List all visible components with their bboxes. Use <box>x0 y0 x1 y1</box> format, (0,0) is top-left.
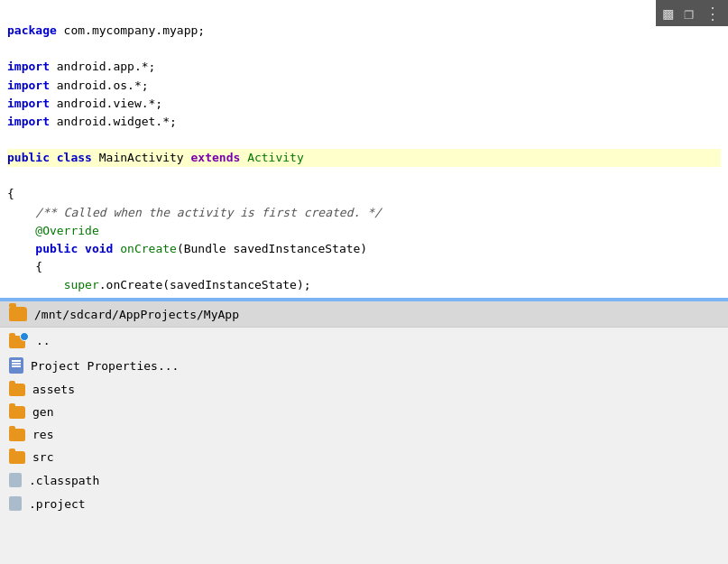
code-editor: ▩ ❐ ⋮ package com.mycompany.myapp; impor… <box>0 0 728 298</box>
doc-icon <box>9 357 23 374</box>
code-line: @Override <box>7 224 99 237</box>
code-line: setContentView(R.layout.main); <box>7 296 275 298</box>
copy-icon[interactable]: ❐ <box>684 4 694 23</box>
file-name: Project Properties... <box>31 359 179 373</box>
code-line: /** Called when the activity is first cr… <box>7 206 382 219</box>
monitor-icon[interactable]: ▩ <box>663 4 673 23</box>
folder-icon <box>9 406 25 419</box>
folder-icon <box>9 429 25 441</box>
code-line: { <box>7 187 14 200</box>
folder-icon <box>9 384 25 396</box>
file-name: src <box>32 450 53 464</box>
file-name: .classpath <box>29 474 99 487</box>
code-line: import android.widget.*; <box>7 115 177 128</box>
file-icon <box>9 496 22 511</box>
code-line: public void onCreate(Bundle savedInstanc… <box>7 242 367 255</box>
code-line: import android.app.*; <box>7 60 155 73</box>
list-item-project[interactable]: .project <box>0 492 728 515</box>
file-name: gen <box>32 405 53 419</box>
code-line: super.onCreate(savedInstanceState); <box>7 278 311 291</box>
code-line: import android.view.*; <box>7 97 162 110</box>
file-list[interactable]: .. Project Properties... assets gen res … <box>0 328 728 561</box>
file-manager: /mnt/sdcard/AppProjects/MyApp .. Project… <box>0 300 728 564</box>
code-line-highlight: public class MainActivity extends Activi… <box>7 149 721 167</box>
code-line: { <box>7 260 42 273</box>
file-name: .. <box>36 334 51 347</box>
code-line: import android.os.*; <box>7 79 149 92</box>
list-item-src[interactable]: src <box>0 446 728 468</box>
list-item-gen[interactable]: gen <box>0 401 728 423</box>
folder-badge-icon <box>9 332 29 348</box>
list-item-assets[interactable]: assets <box>0 378 728 401</box>
code-line <box>7 133 14 146</box>
editor-toolbar: ▩ ❐ ⋮ <box>656 0 728 26</box>
path-folder-icon <box>9 307 27 321</box>
menu-icon[interactable]: ⋮ <box>705 4 721 23</box>
current-path: /mnt/sdcard/AppProjects/MyApp <box>34 308 239 321</box>
file-name: .project <box>29 497 86 511</box>
file-icon <box>9 473 22 487</box>
file-name: res <box>32 428 53 441</box>
folder-icon <box>9 451 25 464</box>
file-name: assets <box>32 383 75 396</box>
code-line <box>7 42 14 55</box>
list-item-parent[interactable]: .. <box>0 328 728 353</box>
list-item-res[interactable]: res <box>0 423 728 446</box>
code-line: package com.mycompany.myapp; <box>7 23 205 37</box>
list-item-properties[interactable]: Project Properties... <box>0 353 728 378</box>
path-bar: /mnt/sdcard/AppProjects/MyApp <box>0 301 728 328</box>
code-content: package com.mycompany.myapp; import andr… <box>0 0 728 298</box>
list-item-classpath[interactable]: .classpath <box>0 468 728 492</box>
